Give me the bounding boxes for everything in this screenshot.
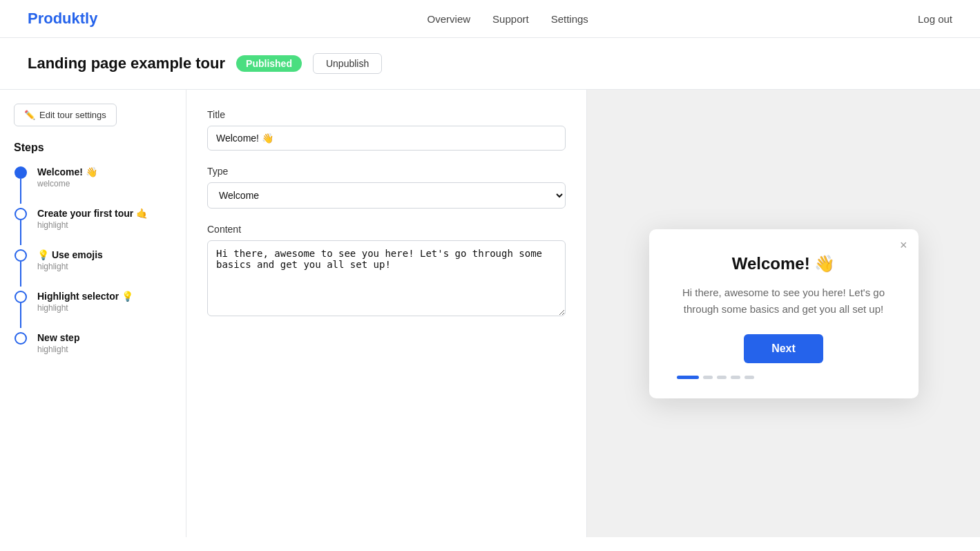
nav-overview[interactable]: Overview xyxy=(427,13,471,25)
step-connector xyxy=(14,208,28,245)
step-dot-active xyxy=(15,166,27,179)
type-label: Type xyxy=(207,166,566,177)
step-type: highlight xyxy=(37,303,133,313)
step-name: 💡 Use emojis xyxy=(37,249,103,260)
edit-settings-label: Edit tour settings xyxy=(39,110,106,120)
step-connector xyxy=(14,249,28,287)
status-badge: Published xyxy=(236,55,302,72)
modal-close-button[interactable]: × xyxy=(900,239,907,251)
progress-dot-4 xyxy=(731,376,740,379)
logout-button[interactable]: Log out xyxy=(918,13,952,25)
step-line xyxy=(20,220,21,245)
step-name: New step xyxy=(37,332,79,343)
page-title: Landing page example tour xyxy=(28,55,225,72)
list-item[interactable]: Welcome! 👋 welcome xyxy=(14,166,172,208)
pencil-icon: ✏️ xyxy=(24,110,35,120)
modal-next-button[interactable]: Next xyxy=(744,334,823,363)
preview-panel: × Welcome! 👋 Hi there, awesome to see yo… xyxy=(587,90,980,537)
modal-body: Hi there, awesome to see you here! Let's… xyxy=(677,284,891,318)
list-item[interactable]: Highlight selector 💡 highlight xyxy=(14,291,172,332)
header: Produktly Overview Support Settings Log … xyxy=(0,0,980,38)
nav: Overview Support Settings xyxy=(427,13,588,25)
content-textarea[interactable] xyxy=(207,240,566,316)
progress-dot-2 xyxy=(703,376,713,379)
sidebar: ✏️ Edit tour settings Steps Welcome! 👋 w… xyxy=(0,90,186,537)
title-field-group: Title xyxy=(207,109,566,151)
step-content: Create your first tour 🤙 highlight xyxy=(37,208,148,249)
edit-tour-settings-button[interactable]: ✏️ Edit tour settings xyxy=(14,104,117,126)
step-connector xyxy=(14,166,28,204)
step-type: highlight xyxy=(37,262,103,271)
type-field-group: Type Welcome Highlight Tooltip Modal xyxy=(207,166,566,209)
nav-settings[interactable]: Settings xyxy=(551,13,588,25)
progress-dot-3 xyxy=(717,376,727,379)
page-header: Landing page example tour Published Unpu… xyxy=(0,38,980,90)
content-label: Content xyxy=(207,224,566,235)
step-type: welcome xyxy=(37,179,97,188)
step-dot xyxy=(15,332,27,345)
step-line xyxy=(20,262,21,287)
list-item[interactable]: Create your first tour 🤙 highlight xyxy=(14,208,172,249)
step-line xyxy=(20,179,21,204)
nav-support[interactable]: Support xyxy=(492,13,529,25)
list-item[interactable]: 💡 Use emojis highlight xyxy=(14,249,172,291)
steps-label: Steps xyxy=(14,142,172,154)
step-content: New step highlight xyxy=(37,332,79,374)
modal-progress xyxy=(677,376,891,379)
step-type: highlight xyxy=(37,220,148,230)
steps-list: Welcome! 👋 welcome Create your first tou… xyxy=(14,166,172,374)
step-line xyxy=(20,303,21,328)
title-input[interactable] xyxy=(207,126,566,151)
progress-dot-1 xyxy=(677,376,699,379)
editor-panel: Title Type Welcome Highlight Tooltip Mod… xyxy=(186,90,587,537)
main-layout: ✏️ Edit tour settings Steps Welcome! 👋 w… xyxy=(0,90,980,537)
step-name: Welcome! 👋 xyxy=(37,166,97,177)
preview-modal: × Welcome! 👋 Hi there, awesome to see yo… xyxy=(649,229,919,398)
type-select[interactable]: Welcome Highlight Tooltip Modal xyxy=(207,182,566,209)
unpublish-button[interactable]: Unpublish xyxy=(313,53,382,74)
list-item[interactable]: New step highlight xyxy=(14,332,172,374)
step-content: Welcome! 👋 welcome xyxy=(37,166,97,208)
content-field-group: Content xyxy=(207,224,566,319)
step-dot xyxy=(15,249,27,262)
title-label: Title xyxy=(207,109,566,120)
step-name: Create your first tour 🤙 xyxy=(37,208,148,219)
step-type: highlight xyxy=(37,345,79,354)
step-dot xyxy=(15,291,27,303)
step-connector xyxy=(14,291,28,328)
step-dot xyxy=(15,208,27,220)
progress-dot-5 xyxy=(744,376,754,379)
step-content: 💡 Use emojis highlight xyxy=(37,249,103,291)
step-name: Highlight selector 💡 xyxy=(37,291,133,302)
step-connector xyxy=(14,332,28,345)
step-content: Highlight selector 💡 highlight xyxy=(37,291,133,332)
logo[interactable]: Produktly xyxy=(28,10,97,28)
modal-title: Welcome! 👋 xyxy=(677,254,891,273)
